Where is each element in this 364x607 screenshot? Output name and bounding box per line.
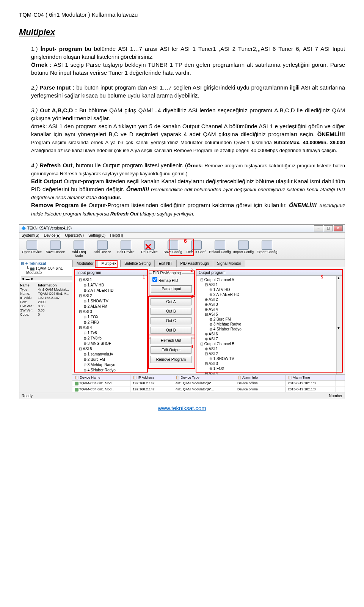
annotation-2: 2 <box>190 268 193 272</box>
doc-header: TQM-C04 ( 6in1 Modulator ) Kullanma kıla… <box>19 11 345 18</box>
close-button[interactable]: ✕ <box>334 225 343 231</box>
footer-link[interactable]: www.tekniksat.com <box>19 405 345 411</box>
item-1: 1.) İnput- program bu bölümde ASI 1…7 ar… <box>31 45 345 77</box>
tab-bar: ModulatorMultiplexSatellite SettingEdit … <box>72 260 345 267</box>
pid-remapping-group: 2 PID Re-Mapping Remap PID Parse Input <box>149 273 195 294</box>
tab-pid-passthrough[interactable]: PID Passthrough <box>176 260 213 267</box>
menu-item[interactable]: System(S) <box>22 233 39 237</box>
status-bar: ReadyNumber <box>19 393 345 399</box>
tool-icon <box>262 241 272 250</box>
tab-signal-monitor[interactable]: Signal Monitor <box>213 260 245 267</box>
tool-icon <box>215 241 225 250</box>
grid-header[interactable]: 📋 IP Address <box>130 375 173 380</box>
menubar: System(S)Device(E)Operate(V)Setting(C)He… <box>19 233 345 239</box>
tool-add-freq-node[interactable]: Add Freq Node <box>67 240 91 258</box>
tool-icon <box>74 241 84 250</box>
annotation-box-5 <box>196 269 343 373</box>
tool-icon <box>97 241 108 250</box>
tool-open-device[interactable]: Open Device <box>20 240 44 258</box>
annotation-box-save <box>169 239 194 256</box>
section-title: Multiplex <box>19 27 345 37</box>
grid-row[interactable]: TQAM-C04 6in1 Mod...192.168.2.1474in1 QA… <box>72 387 345 393</box>
tool-add-device[interactable]: Add Device <box>91 240 114 258</box>
info-row: SW Ver.:3.05 <box>20 308 72 312</box>
tool-icon <box>238 241 249 250</box>
maximize-button[interactable]: ▢ <box>324 225 333 231</box>
tool-save-device[interactable]: Save Device <box>44 240 67 258</box>
titlebar: 🔷TEKNIKSAT(Version:4.19) – ▢ ✕ <box>19 225 345 233</box>
info-row: Type:4in1 QAM Modulat... <box>20 288 72 291</box>
input-program-panel: 1 Input-program ⊟ ASI 1⊕ 1 ATV HD⊕ 2 A H… <box>75 269 147 373</box>
grid-header[interactable]: 📋 Device Type <box>173 375 235 380</box>
annotation-3: 3 <box>191 294 193 299</box>
info-row: HW Ver.:3.05 <box>20 304 72 308</box>
app-icon: 🔷 <box>21 226 26 230</box>
grid-header[interactable]: 📋 Alarm Info <box>235 375 286 380</box>
device-info: NameInformation Type:4in1 QAM Modulat...… <box>19 282 72 318</box>
item-4: 4.) Refresh Out, butonu ile Output progr… <box>31 161 345 217</box>
menu-item[interactable]: Setting(C) <box>88 233 105 237</box>
tool-icon <box>27 241 37 250</box>
info-row: Port:2009 <box>20 300 72 304</box>
annotation-1: 1 <box>143 275 145 279</box>
output-program-panel: 5 Output-program ⊟ Output Channel A⊟ ASI… <box>196 269 342 373</box>
app-title: TEKNIKSAT(Version:4.19) <box>27 226 72 230</box>
annotation-box-4 <box>148 335 195 369</box>
annotation-x: ✕ <box>144 242 152 252</box>
info-row: Code:0 <box>20 313 72 316</box>
device-tree[interactable]: ⊟ ✦ Tekniksat └ 📷 TQAM-C04 6in1 Modulato… <box>19 260 76 282</box>
item-3: 3.) Out A,B,C,D : Bu bölüme QAM çıkış QA… <box>31 106 345 154</box>
menu-item[interactable]: Help(H) <box>110 233 123 237</box>
menu-item[interactable]: Device(E) <box>44 233 61 237</box>
annotation-box-1 <box>74 269 148 373</box>
annotation-box-3 <box>148 296 195 338</box>
tab-edit-nit[interactable]: Edit NIT <box>154 260 176 267</box>
alarm-grid: 📋 Device Name📋 IP Address📋 Device Type📋 … <box>72 374 345 392</box>
tree-scrollbar[interactable]: ◄ ▬ ► <box>21 276 74 280</box>
grid-row[interactable]: TQAM-C04 6in1 Mod...192.168.2.1474in1 QA… <box>72 381 345 387</box>
tab-modulator[interactable]: Modulator <box>72 260 97 267</box>
tool-edit-device[interactable]: Edit Device <box>114 240 138 258</box>
minimize-button[interactable]: – <box>314 225 323 231</box>
tool-import-config[interactable]: Import Config <box>232 240 255 258</box>
annotation-5: 5 <box>321 275 323 279</box>
tool-icon <box>50 241 61 250</box>
menu-item[interactable]: Operate(V) <box>65 233 84 237</box>
grid-header[interactable]: 📋 Device Name <box>72 375 130 380</box>
annotation-box-multiplex <box>95 260 118 268</box>
grid-header[interactable]: 📋 Alarm Time <box>286 375 336 380</box>
tool-icon <box>121 241 131 250</box>
info-row: IP Add.:192.168.2.147 <box>20 296 72 300</box>
annotation-4: 4 <box>191 344 193 349</box>
tab-satellite-setting[interactable]: Satellite Setting <box>120 260 155 267</box>
toolbar: Open DeviceSave DeviceAdd Freq NodeAdd D… <box>19 239 345 260</box>
app-window: 🔷TEKNIKSAT(Version:4.19) – ▢ ✕ System(S)… <box>19 224 345 399</box>
item-2: 2.) Parse Input : bu buton input program… <box>31 83 345 99</box>
tool-export-config[interactable]: Export Config <box>255 240 279 258</box>
tool-reload-config[interactable]: Reload Config <box>208 240 232 258</box>
mid-buttons: 2 PID Re-Mapping Remap PID Parse Input 3… <box>149 269 195 373</box>
info-row: Name:TQAM-C04 6in1 M... <box>20 292 72 296</box>
